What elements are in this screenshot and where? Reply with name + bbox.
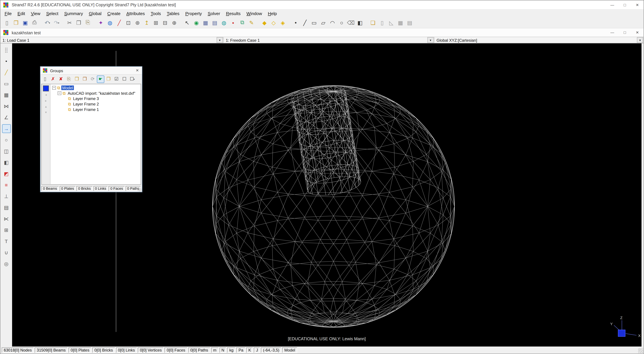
rename-group-icon[interactable]: ✘ [57, 75, 65, 83]
plate-display-icon[interactable]: ◈ [278, 18, 287, 27]
group-move-up-icon[interactable]: ▴ [45, 105, 47, 109]
menu-create[interactable]: Create [104, 10, 124, 16]
undo-icon[interactable]: ↶▾ [43, 18, 52, 27]
close-button[interactable]: ✕ [631, 0, 644, 9]
pencil-icon[interactable]: ✎ [247, 18, 256, 27]
attribute-list-icon[interactable]: ≡ [2, 181, 10, 189]
move-tool-icon[interactable]: → [2, 124, 10, 133]
node-display-icon[interactable]: ◆ [260, 18, 269, 27]
brick-tool-icon[interactable]: ▦ [2, 91, 10, 99]
copy-icon[interactable]: ❐ [74, 18, 83, 27]
uncheck-all-icon[interactable]: ☐ [121, 75, 128, 83]
draw-line-icon[interactable]: ╱ [300, 18, 309, 27]
check-options-icon[interactable]: ☐▾ [128, 75, 136, 83]
load-case-dropdown-icon[interactable]: ▼ [216, 37, 223, 43]
menu-results[interactable]: Results [223, 10, 244, 16]
zoom-out-icon[interactable]: ⊟ [161, 18, 170, 27]
group-tree-item[interactable]: ⧉Layer Frame 1 [51, 107, 141, 112]
menu-help[interactable]: Help [265, 10, 280, 16]
group-tree-item[interactable]: ⧉Layer Frame 3 [51, 96, 141, 101]
group-tree-item[interactable]: ⧉Layer Frame 2 [51, 101, 141, 107]
paste-icon[interactable]: ⎘ [84, 18, 92, 27]
menu-attributes[interactable]: Attributes [124, 10, 148, 16]
draw-point-icon[interactable]: • [291, 18, 300, 27]
beam-tool-icon[interactable]: ╱ [2, 68, 10, 77]
zoom-window-icon[interactable]: ⊡ [124, 18, 133, 27]
refresh-groups-icon[interactable]: ⟳ [89, 75, 96, 83]
coordinate-system-combo[interactable]: Global XYZ:[Cartesian] ▼ [434, 37, 644, 43]
window-resize-grip[interactable] [638, 348, 643, 353]
new-group-icon[interactable]: ▯ [41, 75, 49, 83]
layers-icon[interactable]: ⧉ [238, 18, 247, 27]
link-tool-icon[interactable]: ⋈ [2, 102, 10, 111]
copy-group-icon[interactable]: ⎘ [65, 75, 72, 83]
torus-tool-icon[interactable]: ◎ [2, 260, 10, 268]
menu-summary[interactable]: Summary [61, 10, 86, 16]
flag-icon[interactable]: ▪ [229, 18, 238, 27]
spreadsheet-icon[interactable]: ▦ [396, 18, 405, 27]
child-minimize-button[interactable]: — [606, 28, 619, 36]
child-close-button[interactable]: ✕ [631, 28, 644, 36]
view-previous-icon[interactable]: ↥ [142, 18, 151, 27]
group-move-left-icon[interactable]: ◂ [45, 93, 47, 97]
menu-select[interactable]: Select [43, 10, 61, 16]
delete-group-icon[interactable]: ✗ [49, 75, 57, 83]
groups-titlebar[interactable]: Groups ✕ [40, 67, 142, 75]
maximize-button[interactable]: □ [618, 0, 631, 9]
zoom-all-icon[interactable]: ⊕ [170, 18, 179, 27]
mesh-refine-icon[interactable]: ▦ [201, 18, 210, 27]
group-move-right-icon[interactable]: ▸ [45, 99, 47, 103]
cut-icon[interactable]: ✂ [65, 18, 74, 27]
child-window-titlebar[interactable]: kazakhstan test — □ ✕ [0, 28, 644, 37]
save-file-icon[interactable]: ▣ [21, 18, 30, 27]
eraser-icon[interactable]: ⌫ [346, 18, 355, 27]
group-move-down-icon[interactable]: ▾ [45, 110, 47, 115]
beam-display-icon[interactable]: ◇ [269, 18, 278, 27]
rotate-globe-icon[interactable]: ◉ [192, 18, 201, 27]
load-case-combo[interactable]: 1: Load Case 1 ▼ [0, 37, 224, 43]
grid-plane-icon[interactable]: ▤ [2, 203, 10, 212]
menu-edit[interactable]: Edit [14, 10, 28, 16]
group-folder-icon[interactable]: ❒ [105, 75, 112, 83]
groups-close-button[interactable]: ✕ [134, 67, 140, 74]
group-tree-item[interactable]: −⧉Model [51, 85, 141, 91]
minimize-button[interactable]: — [606, 0, 619, 9]
add-to-group-icon[interactable]: ❒ [73, 75, 80, 83]
restraint-tool-icon[interactable]: ⊥ [2, 192, 10, 201]
zoom-in-icon[interactable]: ⊞ [152, 18, 160, 27]
new-file-icon[interactable]: ▯ [2, 18, 11, 27]
measure-angle-icon[interactable]: ∠ [2, 113, 10, 122]
node-tool-icon[interactable]: • [2, 57, 10, 65]
capture-icon[interactable]: ❏ [368, 18, 377, 27]
menu-window[interactable]: Window [244, 10, 265, 16]
group-tree-item[interactable]: −⧉AutoCAD import: "kazakhstan test.dxf" [51, 91, 141, 96]
check-options-dropdown-icon[interactable]: ▾ [134, 77, 135, 80]
draw-circle-icon[interactable]: ○ [337, 18, 346, 27]
cylinder-tool-icon[interactable]: ◫ [2, 147, 10, 156]
menu-solver[interactable]: Solver [205, 10, 223, 16]
attribute-brush-icon[interactable]: ◩ [2, 169, 10, 178]
redo-icon[interactable]: ↷▾ [52, 18, 61, 27]
draw-rect-icon[interactable]: ▭ [310, 18, 318, 27]
group-color-swatch[interactable] [43, 85, 49, 91]
report-icon[interactable]: ▯ [378, 18, 386, 27]
draw-polygon-icon[interactable]: ▱ [319, 18, 328, 27]
menu-view[interactable]: View [28, 10, 43, 16]
child-maximize-button[interactable]: □ [618, 28, 631, 36]
zoom-dynamic-icon[interactable]: ⊛ [133, 18, 142, 27]
pointer-icon[interactable]: ↖ [183, 18, 192, 27]
create-element-icon[interactable]: ╱ [115, 18, 124, 27]
remove-from-group-icon[interactable]: ❒ [81, 75, 88, 83]
tree-expand-icon[interactable]: − [52, 86, 56, 90]
vertex-tool-icon[interactable]: ○ [2, 136, 10, 144]
selection-grid-icon[interactable]: ⣿ [2, 45, 10, 54]
drag-mode-icon[interactable]: ☛ [97, 75, 104, 83]
check-all-icon[interactable]: ☑ [113, 75, 120, 83]
entity-toggles-icon[interactable]: ✦ [96, 18, 105, 27]
tree-expand-icon[interactable]: − [58, 91, 62, 95]
web-globe-icon[interactable]: ◍ [106, 18, 114, 27]
menu-global[interactable]: Global [86, 10, 104, 16]
coordinate-system-dropdown-icon[interactable]: ▼ [637, 37, 643, 43]
menu-property[interactable]: Property [182, 10, 205, 16]
redo-dropdown-icon[interactable]: ▾ [58, 21, 59, 24]
